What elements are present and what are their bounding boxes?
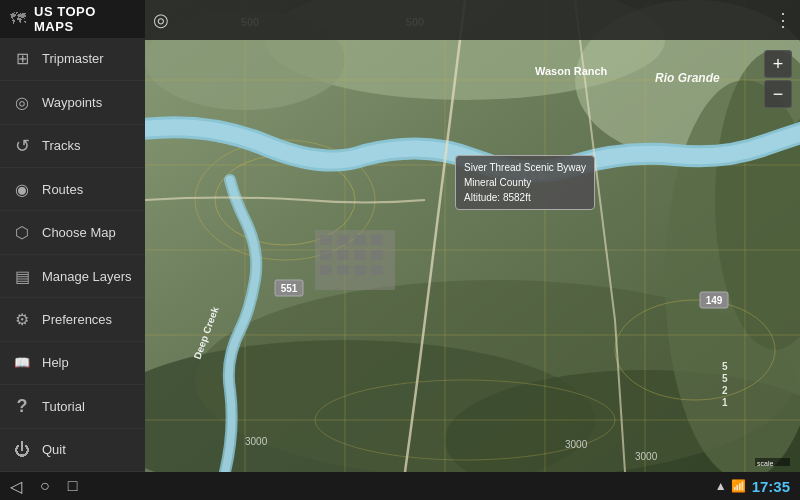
- routes-icon: ◉: [12, 180, 32, 199]
- sidebar: 🗺 US TOPO MAPS ⊞ Tripmaster ◎ Waypoints …: [0, 0, 145, 472]
- preferences-icon: ⚙: [12, 310, 32, 329]
- sidebar-item-tracks[interactable]: ↺ Tracks: [0, 125, 145, 168]
- wifi-icon: ▲: [715, 479, 727, 493]
- svg-text:551: 551: [281, 283, 298, 294]
- sidebar-item-quit[interactable]: ⏻ Quit: [0, 429, 145, 472]
- svg-rect-30: [337, 250, 349, 260]
- tooltip-line1: Siver Thread Scenic Byway: [464, 160, 586, 175]
- sidebar-item-preferences[interactable]: ⚙ Preferences: [0, 298, 145, 341]
- manage-layers-icon: ▤: [12, 267, 32, 286]
- choose-map-icon: ⬡: [12, 223, 32, 242]
- svg-text:3000: 3000: [565, 439, 588, 450]
- more-options-icon[interactable]: ⋮: [774, 9, 792, 31]
- sidebar-label-manage-layers: Manage Layers: [42, 269, 132, 284]
- sidebar-label-tracks: Tracks: [42, 138, 81, 153]
- svg-text:Wason Ranch: Wason Ranch: [535, 65, 608, 77]
- sidebar-label-tutorial: Tutorial: [42, 399, 85, 414]
- sidebar-item-choose-map[interactable]: ⬡ Choose Map: [0, 211, 145, 254]
- map-tooltip: Siver Thread Scenic Byway Mineral County…: [455, 155, 595, 210]
- back-button[interactable]: ◁: [10, 477, 22, 496]
- svg-rect-34: [337, 265, 349, 275]
- svg-rect-33: [320, 265, 332, 275]
- svg-rect-32: [371, 250, 383, 260]
- sidebar-label-preferences: Preferences: [42, 312, 112, 327]
- svg-text:scale: scale: [757, 460, 773, 467]
- navigation-buttons: ◁ ○ □: [10, 477, 77, 496]
- tracks-icon: ↺: [12, 135, 32, 157]
- signal-icon: 📶: [731, 479, 746, 493]
- tooltip-line2: Mineral County: [464, 175, 586, 190]
- help-icon: 📖: [12, 355, 32, 370]
- sidebar-item-routes[interactable]: ◉ Routes: [0, 168, 145, 211]
- svg-rect-36: [371, 265, 383, 275]
- sidebar-label-choose-map: Choose Map: [42, 225, 116, 240]
- svg-text:3000: 3000: [635, 451, 658, 462]
- zoom-in-button[interactable]: +: [764, 50, 792, 78]
- tutorial-icon: ?: [12, 396, 32, 417]
- sidebar-item-tutorial[interactable]: ? Tutorial: [0, 385, 145, 428]
- app-icon: 🗺: [10, 10, 26, 28]
- tooltip-line3: Altitude: 8582ft: [464, 190, 586, 205]
- sidebar-item-manage-layers[interactable]: ▤ Manage Layers: [0, 255, 145, 298]
- tripmaster-icon: ⊞: [12, 49, 32, 68]
- svg-rect-28: [371, 235, 383, 245]
- svg-text:149: 149: [706, 295, 723, 306]
- sidebar-item-tripmaster[interactable]: ⊞ Tripmaster: [0, 38, 145, 81]
- svg-text:Rio Grande: Rio Grande: [655, 71, 720, 85]
- svg-text:5: 5: [722, 361, 728, 372]
- svg-rect-31: [354, 250, 366, 260]
- svg-rect-25: [320, 235, 332, 245]
- zoom-out-button[interactable]: −: [764, 80, 792, 108]
- map-area[interactable]: 500 500 551 149 Wason Ranch Rio Grande D…: [145, 0, 800, 472]
- app-title: US TOPO MAPS: [34, 4, 135, 34]
- svg-text:2: 2: [722, 385, 728, 396]
- waypoints-icon: ◎: [12, 93, 32, 112]
- sidebar-label-quit: Quit: [42, 442, 66, 457]
- status-right: ▲ 📶 17:35: [715, 478, 790, 495]
- svg-text:5: 5: [722, 373, 728, 384]
- recents-button[interactable]: □: [68, 477, 78, 495]
- sidebar-item-help[interactable]: 📖 Help: [0, 342, 145, 385]
- sidebar-label-routes: Routes: [42, 182, 83, 197]
- svg-rect-29: [320, 250, 332, 260]
- sidebar-label-waypoints: Waypoints: [42, 95, 102, 110]
- status-icons: ▲ 📶: [715, 479, 746, 493]
- location-icon[interactable]: ◎: [153, 9, 169, 31]
- clock: 17:35: [752, 478, 790, 495]
- svg-rect-26: [337, 235, 349, 245]
- app-header: 🗺 US TOPO MAPS: [0, 0, 145, 38]
- map-toolbar: ◎ ⋮: [145, 0, 800, 40]
- sidebar-label-tripmaster: Tripmaster: [42, 51, 104, 66]
- map-svg: 500 500 551 149 Wason Ranch Rio Grande D…: [145, 0, 800, 472]
- topo-map: 500 500 551 149 Wason Ranch Rio Grande D…: [145, 0, 800, 472]
- sidebar-label-help: Help: [42, 355, 69, 370]
- svg-text:1: 1: [722, 397, 728, 408]
- svg-rect-35: [354, 265, 366, 275]
- svg-text:3000: 3000: [245, 436, 268, 447]
- home-button[interactable]: ○: [40, 477, 50, 495]
- map-zoom-controls: + −: [764, 50, 792, 108]
- status-bar: ◁ ○ □ ▲ 📶 17:35: [0, 472, 800, 500]
- sidebar-item-waypoints[interactable]: ◎ Waypoints: [0, 81, 145, 124]
- quit-icon: ⏻: [12, 441, 32, 459]
- svg-rect-27: [354, 235, 366, 245]
